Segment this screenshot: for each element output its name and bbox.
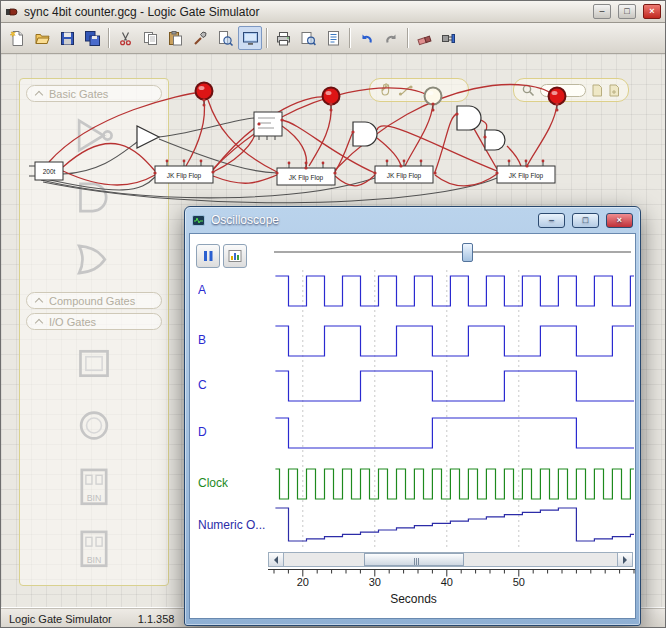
horizontal-scrollbar[interactable]: [268, 552, 633, 567]
toolbox-item-or-gate[interactable]: [26, 228, 162, 290]
jk-flipflop-3[interactable]: JK Flip Flop: [375, 160, 433, 183]
and-gate-2[interactable]: [457, 106, 481, 130]
axis-tick-label: 30: [369, 576, 381, 588]
wire: [377, 138, 401, 166]
channel-label: B: [198, 333, 206, 347]
print-button[interactable]: [271, 26, 295, 50]
toolbox-section-compound-gates[interactable]: Compound Gates: [26, 292, 162, 309]
toolbox-section-basic-gates[interactable]: Basic Gates: [26, 85, 162, 102]
toolbox-item-text: BIN: [87, 493, 102, 503]
wire: [213, 175, 277, 183]
save-file-button[interactable]: [55, 26, 79, 50]
axis-tick-label: 50: [513, 576, 525, 588]
wire-tool-icon[interactable]: [398, 82, 414, 98]
time-slider-thumb[interactable]: [462, 243, 473, 262]
toolbox-item-not-gate[interactable]: [26, 104, 162, 166]
redo-button[interactable]: [379, 26, 403, 50]
app-icon: [5, 5, 19, 19]
graph-options-button[interactable]: [223, 244, 247, 268]
led-2-on[interactable]: [323, 88, 340, 112]
screenshot-button[interactable]: [238, 26, 262, 50]
chip-component[interactable]: [254, 112, 282, 140]
toolbox-item-bin-display[interactable]: BIN: [26, 518, 162, 580]
tools-button[interactable]: [188, 26, 212, 50]
canvas-search-panel: [513, 78, 629, 102]
and-gate-3[interactable]: [485, 130, 505, 150]
scroll-left-arrow[interactable]: [269, 553, 284, 566]
zoom-button[interactable]: [213, 26, 237, 50]
close-button[interactable]: ×: [643, 4, 661, 19]
oscilloscope-client: 20304050 Seconds ABCDClockNumeric O...: [189, 233, 636, 619]
scroll-right-arrow[interactable]: [617, 553, 632, 566]
wire-junction: [455, 112, 458, 115]
toolbox-item-bulb[interactable]: [26, 394, 162, 456]
doc-add-icon[interactable]: [608, 84, 620, 97]
wire: [507, 146, 521, 166]
connector-button[interactable]: [437, 26, 461, 50]
wire-junction: [257, 122, 260, 125]
scroll-thumb[interactable]: [364, 553, 464, 566]
flipflop-label: JK Flip Flop: [167, 172, 202, 180]
or-gate-icon: [71, 239, 117, 280]
wire-junction: [433, 171, 436, 174]
undo-button[interactable]: [354, 26, 378, 50]
toolbar: [1, 23, 665, 54]
print-preview-button[interactable]: [296, 26, 320, 50]
osc-close-button[interactable]: ×: [606, 213, 633, 228]
save-all-button[interactable]: [80, 26, 104, 50]
toolbox-item-bin-display[interactable]: BIN: [26, 456, 162, 518]
pause-button[interactable]: [196, 244, 220, 268]
waveform-plot: [190, 270, 636, 550]
osc-maximize-button[interactable]: □: [572, 213, 599, 228]
open-file-icon: [34, 30, 51, 47]
maximize-button[interactable]: □: [618, 4, 636, 19]
report-button[interactable]: [321, 26, 345, 50]
oscilloscope-window[interactable]: Oscilloscope – □ × 20304050 Seconds AB: [184, 206, 641, 626]
eraser-button[interactable]: [412, 26, 436, 50]
toolbox-item-and-gate[interactable]: [26, 166, 162, 228]
osc-minimize-button[interactable]: –: [538, 213, 565, 228]
led-1-on[interactable]: [196, 83, 213, 107]
waveform-d: [275, 418, 634, 448]
cut-button[interactable]: [113, 26, 137, 50]
wire: [377, 126, 497, 171]
toolbox-section-label: Compound Gates: [49, 295, 135, 307]
save-all-icon: [84, 30, 101, 47]
toolbox-item-text: BIN: [87, 555, 102, 565]
jk-flipflop-2[interactable]: JK Flip Flop: [277, 162, 335, 185]
oscilloscope-title: Oscilloscope: [211, 213, 531, 227]
bin-display-icon: BIN: [71, 529, 117, 570]
copy-button[interactable]: [138, 26, 162, 50]
wire-junction: [304, 166, 307, 169]
channel-label: Numeric O...: [198, 518, 265, 532]
report-icon: [325, 30, 342, 47]
toolbox-section-i/o-gates[interactable]: I/O Gates: [26, 313, 162, 330]
pan-hand-icon[interactable]: [377, 82, 393, 98]
minimize-button[interactable]: –: [593, 4, 611, 19]
undo-icon: [358, 30, 375, 47]
gate-search-input[interactable]: [540, 84, 586, 97]
oscilloscope-titlebar[interactable]: Oscilloscope – □ ×: [189, 207, 636, 233]
search-icon: [521, 83, 535, 97]
toolbar-separator: [266, 28, 267, 48]
wire: [208, 100, 277, 172]
jk-flipflop-4[interactable]: JK Flip Flop: [497, 160, 555, 183]
titlebar[interactable]: sync 4bit counter.gcg - Logic Gate Simul…: [1, 1, 665, 23]
wire: [159, 139, 277, 173]
and-gate-1[interactable]: [353, 122, 377, 146]
new-file-icon: [9, 30, 26, 47]
wire: [481, 120, 487, 136]
open-file-button[interactable]: [30, 26, 54, 50]
window-title: sync 4bit counter.gcg - Logic Gate Simul…: [24, 5, 586, 19]
wire: [213, 124, 259, 172]
new-file-button[interactable]: [5, 26, 29, 50]
toolbar-separator: [349, 28, 350, 48]
waveform-c: [275, 371, 634, 401]
doc-icon[interactable]: [591, 84, 603, 97]
time-slider-track[interactable]: [274, 251, 631, 254]
print-icon: [275, 30, 292, 47]
wire: [282, 126, 307, 168]
save-file-icon: [59, 30, 76, 47]
paste-button[interactable]: [163, 26, 187, 50]
toolbox-item-led-square[interactable]: [26, 332, 162, 394]
